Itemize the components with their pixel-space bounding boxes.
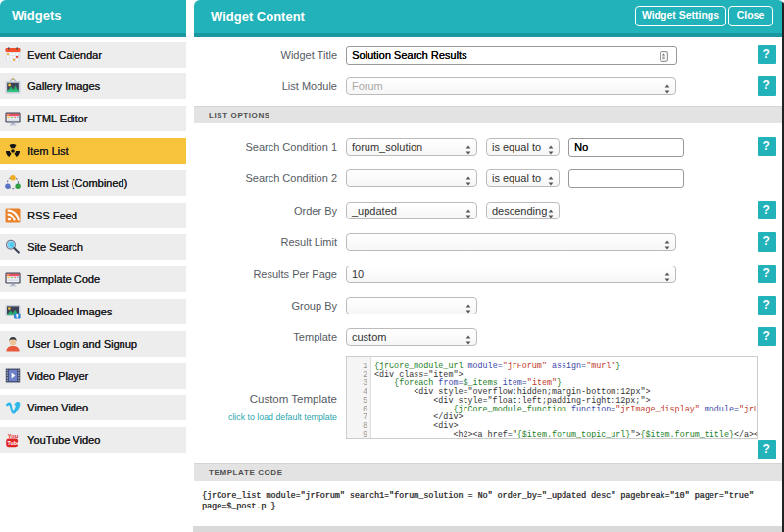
- svg-text:Tube: Tube: [8, 440, 20, 446]
- svg-text:You: You: [8, 433, 19, 439]
